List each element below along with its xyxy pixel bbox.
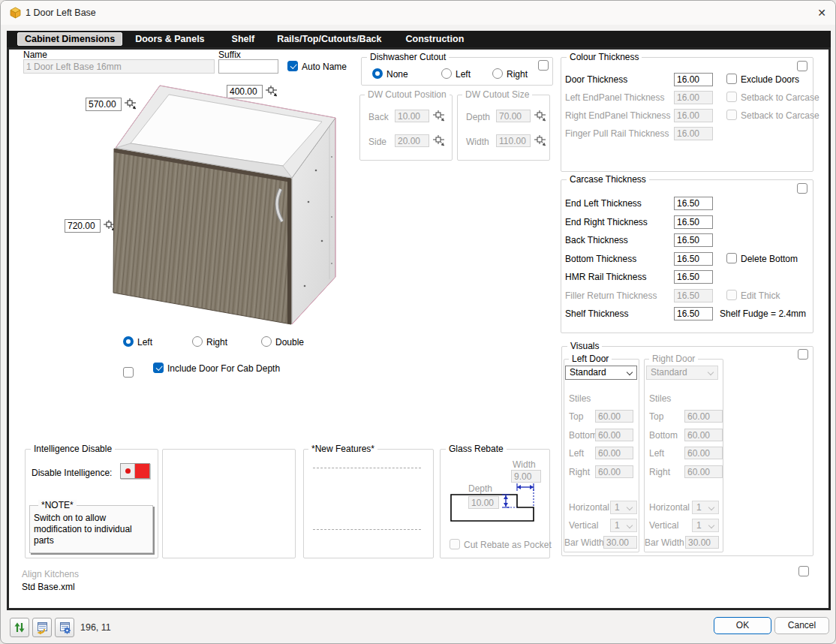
dw-none-label: None	[386, 69, 408, 80]
right-horizontal-dropdown[interactable]: 1	[692, 501, 719, 514]
setback-right-checkbox[interactable]	[726, 110, 737, 120]
chevron-down-icon	[708, 522, 714, 528]
rebate-depth-input[interactable]	[468, 496, 499, 509]
tab-rails-top-cutouts-back[interactable]: Rails/Top/Cutouts/Back	[269, 32, 389, 46]
sync-button[interactable]	[10, 618, 29, 637]
cancel-button[interactable]: Cancel	[774, 617, 829, 634]
left-vertical-dropdown[interactable]: 1	[610, 519, 637, 532]
include-door-checkbox[interactable]	[153, 363, 164, 373]
left-bottom-input[interactable]	[595, 429, 633, 441]
left-horizontal-dropdown[interactable]: 1	[610, 501, 637, 514]
door-double-label: Double	[275, 337, 304, 348]
back-thickness-input[interactable]	[674, 233, 713, 247]
cut-rebate-pocket-checkbox[interactable]	[450, 539, 460, 549]
left-door-style-dropdown[interactable]: Standard	[565, 366, 637, 380]
setback-left-checkbox[interactable]	[726, 92, 737, 102]
dw-depth-input[interactable]	[496, 110, 531, 122]
filler-return-thickness-input[interactable]	[674, 289, 713, 302]
dw-right-radio[interactable]	[492, 68, 503, 79]
unlabeled-checkbox-left[interactable]	[123, 367, 134, 378]
right-left-input[interactable]	[684, 447, 723, 459]
dw-width-pick-icon[interactable]	[533, 134, 548, 147]
right-bottom-input[interactable]	[684, 429, 723, 441]
ok-button[interactable]: OK	[714, 617, 771, 634]
right-endpanel-thickness-input[interactable]	[674, 109, 713, 122]
end-left-thickness-input[interactable]	[674, 197, 713, 210]
dw-side-pick-icon[interactable]	[432, 134, 447, 147]
hmr-rail-thickness-input[interactable]	[674, 270, 713, 284]
dw-none-radio[interactable]	[372, 68, 383, 79]
dw-depth-pick-icon[interactable]	[533, 110, 548, 122]
cut-rebate-pocket-label: Cut Rebate as Pocket	[464, 540, 552, 550]
chevron-down-icon	[627, 369, 633, 375]
tab-construction[interactable]: Construction	[398, 32, 473, 46]
dw-back-input[interactable]	[395, 110, 429, 122]
report-export-button[interactable]	[32, 618, 52, 637]
left-left-input[interactable]	[595, 447, 633, 459]
title-bar: 1 Door Left Base ✕	[1, 1, 836, 25]
left-horizontal-value: 1	[615, 502, 620, 513]
right-top-label: Top	[649, 411, 663, 422]
name-label: Name	[23, 50, 47, 60]
door-left-radio[interactable]	[123, 336, 134, 347]
visuals-corner-checkbox[interactable]	[798, 349, 808, 360]
report-export-icon	[35, 621, 49, 634]
right-vertical-dropdown[interactable]: 1	[692, 519, 719, 532]
suffix-input[interactable]	[218, 59, 278, 74]
dialog-window: 1 Door Left Base ✕ Cabinet Dimensions Do…	[0, 0, 836, 644]
new-features-title: *New Features*	[308, 444, 377, 454]
left-bottom-label: Bottom	[569, 430, 597, 441]
finger-pull-rail-thickness-input[interactable]	[674, 127, 713, 140]
shelf-fudge-note: Shelf Fudge = 2.4mm	[720, 308, 806, 319]
dw-side-input[interactable]	[395, 134, 429, 147]
right-right-input[interactable]	[684, 465, 723, 478]
door-double-radio[interactable]	[261, 336, 272, 347]
door-right-radio[interactable]	[192, 336, 203, 347]
exclude-doors-checkbox[interactable]	[726, 74, 737, 84]
right-stiles-label: Stiles	[649, 393, 671, 404]
carcase-corner-checkbox[interactable]	[797, 183, 807, 194]
new-features-group	[303, 449, 434, 558]
shelf-thickness-label: Shelf Thickness	[565, 308, 629, 319]
shelf-thickness-input[interactable]	[674, 307, 713, 320]
left-bar-width-input[interactable]	[603, 536, 637, 549]
colour-thickness-title: Colour Thickness	[567, 52, 642, 62]
right-door-style-dropdown[interactable]: Standard	[646, 366, 718, 380]
dw-left-radio[interactable]	[441, 68, 452, 79]
tab-strip: Cabinet Dimensions Doors & Panels Shelf …	[7, 31, 831, 47]
setback-left-label: Setback to Carcase	[741, 92, 819, 103]
finger-pull-rail-thickness-label: Finger Pull Rail Thickness	[565, 128, 669, 139]
right-vertical-label: Vertical	[649, 520, 678, 531]
left-stiles-label: Stiles	[569, 393, 591, 404]
edit-thick-checkbox[interactable]	[726, 290, 737, 300]
right-bar-width-input[interactable]	[685, 536, 719, 549]
auto-name-label: Auto Name	[302, 62, 347, 72]
tab-shelf[interactable]: Shelf	[224, 32, 263, 46]
end-right-thickness-input[interactable]	[674, 215, 713, 229]
glass-rebate-title: Glass Rebate	[446, 444, 507, 454]
left-vertical-label: Vertical	[569, 520, 598, 531]
close-icon[interactable]: ✕	[810, 3, 834, 23]
door-thickness-input[interactable]	[674, 73, 713, 86]
disable-intelligence-toggle[interactable]	[120, 463, 150, 479]
delete-bottom-checkbox[interactable]	[726, 253, 737, 263]
right-top-input[interactable]	[684, 410, 723, 423]
tab-cabinet-dimensions[interactable]: Cabinet Dimensions	[17, 32, 122, 46]
left-right-input[interactable]	[595, 465, 633, 478]
left-right-label: Right	[569, 467, 590, 477]
unlabeled-checkbox-bottom-right[interactable]	[798, 566, 809, 576]
left-endpanel-thickness-input[interactable]	[674, 91, 713, 104]
left-top-input[interactable]	[595, 410, 633, 423]
cursor-coordinates: 196, 11	[80, 622, 111, 633]
dishwasher-corner-checkbox[interactable]	[538, 60, 549, 71]
dw-width-input[interactable]	[496, 134, 531, 147]
auto-name-checkbox[interactable]	[287, 61, 298, 71]
toggle-red-indicator	[135, 464, 149, 478]
dw-back-pick-icon[interactable]	[432, 110, 447, 122]
name-input[interactable]	[23, 59, 215, 74]
bottom-thickness-input[interactable]	[674, 252, 713, 266]
report-settings-button[interactable]	[55, 618, 74, 637]
tab-doors-panels[interactable]: Doors & Panels	[127, 32, 212, 46]
back-thickness-label: Back Thickness	[565, 235, 628, 245]
colour-thickness-corner-checkbox[interactable]	[797, 61, 807, 71]
